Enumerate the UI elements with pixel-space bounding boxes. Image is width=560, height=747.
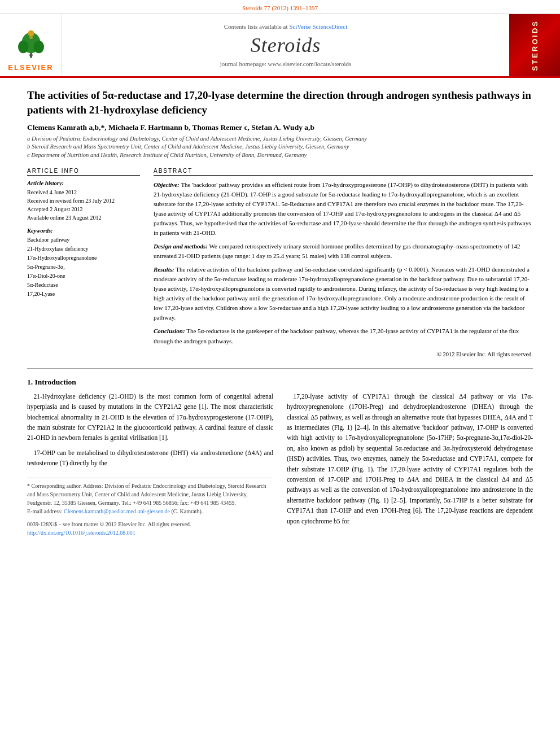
keyword-7: 17,20-Lyase xyxy=(27,290,140,299)
intro-para2: 17-OHP can be metabolised to dihydrotest… xyxy=(27,448,273,469)
copyright-line: © 2012 Elsevier Inc. All rights reserved… xyxy=(154,350,533,359)
steroids-badge: STEROIDS xyxy=(509,14,560,76)
journal-ref: Steroids 77 (2012) 1391–1397 xyxy=(242,5,318,11)
page: Steroids 77 (2012) 1391–1397 ELSEVIER xyxy=(0,0,560,747)
abstract-design: Design and methods: We compared retrospe… xyxy=(154,242,533,261)
steroids-badge-text: STEROIDS xyxy=(531,20,539,71)
design-text: We compared retrospectively urinary ster… xyxy=(154,243,520,259)
abstract-conclusion: Conclusion: The 5α-reductase is the gate… xyxy=(154,326,533,346)
svg-point-2 xyxy=(18,41,28,53)
keyword-5: 17α-Diol-20-one xyxy=(27,272,140,281)
doi-link[interactable]: http://dx.doi.org/10.1016/j.steroids.201… xyxy=(27,530,135,536)
intro-section-title: 1. Introduction xyxy=(27,378,533,387)
right-column: Abstract Objective: The 'backdoor' pathw… xyxy=(154,168,533,359)
email-suffix: (C. Kamrath). xyxy=(172,508,203,514)
journal-center: Contents lists available at SciVerse Sci… xyxy=(62,14,509,76)
abstract-objective: Objective: The 'backdoor' pathway provid… xyxy=(154,180,533,238)
journal-homepage: journal homepage: www.elsevier.com/locat… xyxy=(220,60,352,67)
conclusion-label: Conclusion: xyxy=(154,327,185,334)
svg-point-3 xyxy=(33,41,43,53)
objective-label: Objective: xyxy=(154,181,180,188)
article-history: Article history: Received 4 June 2012 Re… xyxy=(27,180,140,222)
accepted-date: Accepted 2 August 2012 xyxy=(27,205,140,213)
abstract-results: Results: The relative activities of the … xyxy=(154,265,533,322)
svg-rect-5 xyxy=(29,37,33,39)
keyword-2: 21-Hydroxylase deficiency xyxy=(27,244,140,254)
intro-body: 21-Hydroxylase deficiency (21-OHD) is th… xyxy=(27,391,533,537)
article-info-label: Article Info xyxy=(27,168,140,176)
intro-text-right: 17,20-lyase activity of CYP17A1 through … xyxy=(287,391,533,526)
abstract-body: Objective: The 'backdoor' pathway provid… xyxy=(154,180,533,359)
affiliation-a: a Division of Pediatric Endocrinology an… xyxy=(27,135,533,143)
main-content: The activities of 5α-reductase and 17,20… xyxy=(0,78,560,548)
sciverse-link[interactable]: SciVerse ScienceDirect xyxy=(289,23,347,30)
objective-text: The 'backdoor' pathway provides an effic… xyxy=(154,181,531,236)
svg-point-6 xyxy=(29,54,33,58)
journal-ref-bar: Steroids 77 (2012) 1391–1397 xyxy=(0,0,560,14)
intro-left-col: 21-Hydroxylase deficiency (21-OHD) is th… xyxy=(27,391,273,537)
doi-line: http://dx.doi.org/10.1016/j.steroids.201… xyxy=(27,528,273,537)
abstract-label: Abstract xyxy=(154,168,533,176)
sciverse-line: Contents lists available at SciVerse Sci… xyxy=(224,23,347,30)
available-date: Available online 23 August 2012 xyxy=(27,213,140,222)
results-label: Results: xyxy=(154,266,174,273)
intro-right-col: 17,20-lyase activity of CYP17A1 through … xyxy=(287,391,533,537)
svg-point-4 xyxy=(28,30,34,37)
authors-line: Clemens Kamrath a,b,*, Michaela F. Hartm… xyxy=(27,123,533,132)
footnote-corresponding: * Corresponding author. Address: Divisio… xyxy=(27,482,273,507)
journal-title: Steroids xyxy=(251,33,321,57)
left-column: Article Info Article history: Received 4… xyxy=(27,168,140,359)
intro-para1: 21-Hydroxylase deficiency (21-OHD) is th… xyxy=(27,391,273,443)
elsevier-logo: ELSEVIER xyxy=(0,14,62,76)
received-revised-date: Received in revised form 23 July 2012 xyxy=(27,196,140,205)
results-text: The relative activities of the backdoor … xyxy=(154,266,530,321)
article-title: The activities of 5α-reductase and 17,20… xyxy=(27,88,533,117)
history-label: Article history: xyxy=(27,180,140,186)
keywords-label: Keywords: xyxy=(27,228,140,234)
received-date: Received 4 June 2012 xyxy=(27,188,140,196)
section-divider xyxy=(27,368,533,369)
keywords-section: Keywords: Backdoor pathway 21-Hydroxylas… xyxy=(27,228,140,299)
sciverse-text: Contents lists available at xyxy=(224,23,288,30)
elsevier-tree-icon xyxy=(11,27,51,61)
affiliation-b: b Steroid Research and Mass Spectrometry… xyxy=(27,143,533,151)
elsevier-text: ELSEVIER xyxy=(8,63,53,72)
conclusion-text: The 5α-reductase is the gatekeeper of th… xyxy=(154,327,519,344)
keyword-3: 17α-Hydroxyallopregnanolone xyxy=(27,254,140,263)
issn-line: 0039-128X/$ – see front matter © 2012 El… xyxy=(27,520,273,528)
intro-right-para1: 17,20-lyase activity of CYP17A1 through … xyxy=(287,391,533,526)
article-info-abstract: Article Info Article history: Received 4… xyxy=(27,168,533,359)
intro-text-left: 21-Hydroxylase deficiency (21-OHD) is th… xyxy=(27,391,273,469)
journal-header: ELSEVIER Contents lists available at Sci… xyxy=(0,14,560,78)
keywords-list: Backdoor pathway 21-Hydroxylase deficien… xyxy=(27,235,140,299)
email-link[interactable]: Clemens.kamrath@paediat.med.uni-giessen.… xyxy=(64,508,170,514)
footnote-email: E-mail address: Clemens.kamrath@paediat.… xyxy=(27,507,273,516)
intro-section-label: Introduction xyxy=(35,378,76,386)
keyword-1: Backdoor pathway xyxy=(27,235,140,244)
email-label: E-mail address: xyxy=(27,508,62,514)
keyword-6: 5α-Reductase xyxy=(27,281,140,290)
affiliation-c: c Department of Nutrition and Health, Re… xyxy=(27,151,533,160)
footnotes: * Corresponding author. Address: Divisio… xyxy=(27,478,273,537)
keyword-4: 5α-Pregnane-3α, xyxy=(27,263,140,272)
affiliations: a Division of Pediatric Endocrinology an… xyxy=(27,135,533,160)
intro-section-num: 1. xyxy=(27,378,33,386)
design-label: Design and methods: xyxy=(154,243,208,250)
authors: Clemens Kamrath a,b,*, Michaela F. Hartm… xyxy=(27,123,314,132)
